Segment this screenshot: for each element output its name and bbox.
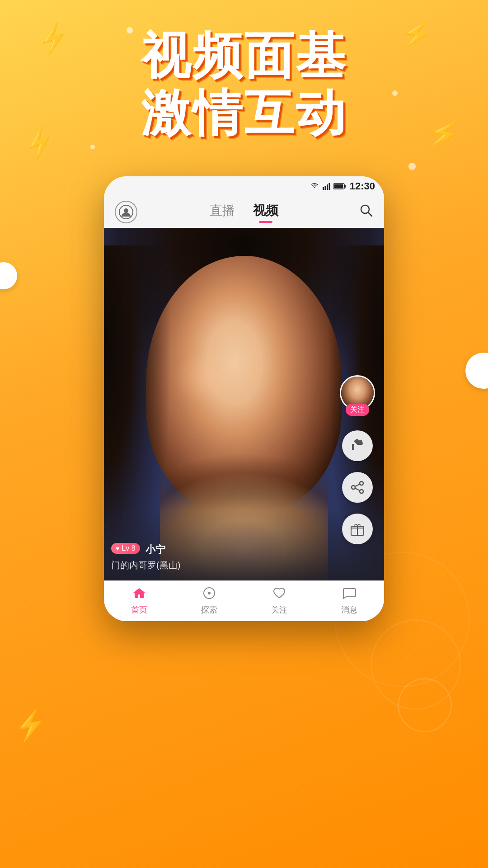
level-text: Lv 8 [122,544,135,552]
svg-point-12 [352,486,355,489]
gift-icon: + [349,521,366,537]
tab-live[interactable]: 直播 [210,202,235,222]
search-button[interactable] [359,203,373,221]
profile-button[interactable] [115,201,137,223]
nav-follow[interactable]: 关注 [244,587,314,615]
app-header: 直播 视频 [104,196,384,228]
video-description: 门的内哥罗(黑山) [111,559,180,571]
bottom-nav: 首页 探索 关注 [104,580,384,621]
status-icons [311,183,346,190]
svg-rect-5 [344,185,346,188]
video-feed[interactable]: 关注 [104,228,384,580]
right-actions: 关注 [340,375,375,544]
username: 小宁 [145,543,165,557]
svg-line-14 [355,484,360,486]
video-bottom-info: ♥ Lv 8 小宁 门的内哥罗(黑山) [111,543,180,571]
svg-rect-3 [328,183,330,190]
decorative-circle-left [0,262,17,289]
svg-line-15 [355,488,360,491]
svg-point-11 [360,481,363,485]
battery-icon [333,183,346,190]
nav-message[interactable]: 消息 [314,587,384,615]
svg-point-8 [124,208,128,213]
like-icon [349,438,366,454]
share-icon [350,480,365,495]
nav-explore[interactable]: 探索 [174,587,244,615]
message-icon [343,587,356,603]
svg-rect-2 [327,184,328,190]
svg-rect-6 [334,184,343,189]
video-overlay: 关注 [104,228,384,580]
svg-text:+: + [356,528,359,533]
creator-avatar[interactable]: 关注 [340,375,375,410]
decorative-circle-right [465,353,488,389]
nav-home-label: 首页 [131,604,147,615]
header-tabs: 直播 视频 [210,202,278,222]
wifi-icon [311,183,321,190]
hero-line2: 激情互动 [0,85,488,142]
follow-badge[interactable]: 关注 [346,404,369,416]
home-icon [132,587,146,603]
svg-point-13 [360,490,363,493]
phone-mockup: 12:30 直播 视频 [104,176,384,621]
svg-rect-0 [323,187,324,190]
tab-video[interactable]: 视频 [253,202,278,222]
status-time: 12:30 [350,180,375,192]
signal-icon [323,183,332,190]
like-button[interactable] [342,430,373,461]
hero-section: 视频面基 激情互动 [0,27,488,142]
nav-message-label: 消息 [341,604,357,615]
nav-follow-label: 关注 [271,604,287,615]
svg-line-10 [368,212,372,216]
nav-home[interactable]: 首页 [104,587,174,615]
nav-explore-label: 探索 [201,604,217,615]
explore-icon [203,587,216,603]
phone-screen: 12:30 直播 视频 [104,176,384,621]
heart-small-icon: ♥ [116,545,119,552]
status-bar: 12:30 [104,176,384,196]
hero-line1: 视频面基 [0,27,488,85]
svg-point-21 [208,592,211,594]
svg-rect-1 [324,186,326,190]
user-level-badge: ♥ Lv 8 [111,543,140,554]
share-button[interactable] [342,472,373,503]
gift-button[interactable]: + [342,514,373,544]
heart-icon [272,587,286,603]
